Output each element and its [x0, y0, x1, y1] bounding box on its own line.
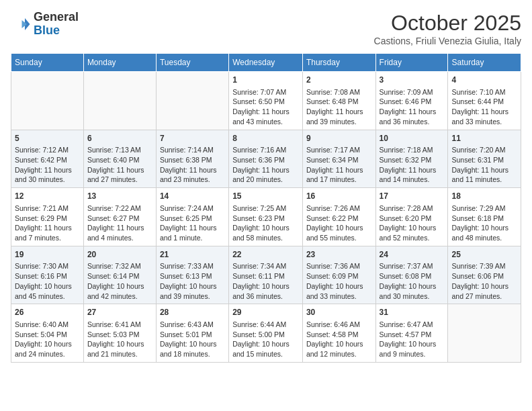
day-number: 2 — [306, 75, 372, 86]
day-info: Sunrise: 7:22 AM Sunset: 6:27 PM Dayligh… — [87, 203, 152, 243]
day-info: Sunrise: 6:44 AM Sunset: 5:00 PM Dayligh… — [232, 320, 299, 359]
calendar-cell — [156, 72, 228, 130]
calendar-cell: 27Sunrise: 6:41 AM Sunset: 5:03 PM Dayli… — [83, 304, 156, 363]
day-number: 5 — [15, 133, 80, 144]
day-info: Sunrise: 6:41 AM Sunset: 5:03 PM Dayligh… — [87, 320, 152, 359]
day-info: Sunrise: 7:12 AM Sunset: 6:42 PM Dayligh… — [15, 145, 80, 185]
day-info: Sunrise: 7:29 AM Sunset: 6:18 PM Dayligh… — [451, 203, 517, 243]
calendar-cell: 22Sunrise: 7:34 AM Sunset: 6:11 PM Dayli… — [229, 246, 303, 304]
day-number: 29 — [232, 307, 299, 318]
calendar-cell: 19Sunrise: 7:30 AM Sunset: 6:16 PM Dayli… — [11, 246, 84, 304]
calendar-cell: 10Sunrise: 7:18 AM Sunset: 6:32 PM Dayli… — [375, 130, 448, 188]
day-info: Sunrise: 7:14 AM Sunset: 6:38 PM Dayligh… — [160, 145, 225, 185]
calendar-cell: 21Sunrise: 7:33 AM Sunset: 6:13 PM Dayli… — [156, 246, 228, 304]
calendar-week-2: 5Sunrise: 7:12 AM Sunset: 6:42 PM Daylig… — [11, 130, 521, 188]
day-number: 31 — [380, 307, 445, 318]
weekday-header-sunday: Sunday — [11, 54, 84, 72]
calendar-cell: 28Sunrise: 6:43 AM Sunset: 5:01 PM Dayli… — [156, 304, 228, 363]
day-number: 11 — [451, 133, 517, 144]
calendar-cell: 13Sunrise: 7:22 AM Sunset: 6:27 PM Dayli… — [83, 188, 156, 246]
day-info: Sunrise: 7:26 AM Sunset: 6:22 PM Dayligh… — [306, 203, 372, 243]
page-header: General Blue October 2025 Castions, Friu… — [11, 11, 521, 46]
day-number: 7 — [160, 133, 225, 144]
day-info: Sunrise: 7:25 AM Sunset: 6:23 PM Dayligh… — [232, 203, 299, 243]
calendar-cell: 15Sunrise: 7:25 AM Sunset: 6:23 PM Dayli… — [229, 188, 303, 246]
calendar-cell: 20Sunrise: 7:32 AM Sunset: 6:14 PM Dayli… — [83, 246, 156, 304]
day-number: 20 — [87, 249, 152, 261]
calendar-cell: 24Sunrise: 7:37 AM Sunset: 6:08 PM Dayli… — [375, 246, 448, 304]
weekday-header-tuesday: Tuesday — [156, 54, 228, 72]
month-title: October 2025 — [374, 11, 521, 36]
calendar-cell: 5Sunrise: 7:12 AM Sunset: 6:42 PM Daylig… — [11, 130, 84, 188]
day-info: Sunrise: 7:32 AM Sunset: 6:14 PM Dayligh… — [87, 261, 152, 301]
calendar-cell: 7Sunrise: 7:14 AM Sunset: 6:38 PM Daylig… — [156, 130, 228, 188]
day-info: Sunrise: 7:17 AM Sunset: 6:34 PM Dayligh… — [306, 145, 372, 185]
logo-icon — [11, 14, 31, 34]
day-number: 26 — [15, 307, 80, 318]
calendar-week-4: 19Sunrise: 7:30 AM Sunset: 6:16 PM Dayli… — [11, 246, 521, 304]
day-number: 4 — [451, 75, 517, 86]
day-info: Sunrise: 7:18 AM Sunset: 6:32 PM Dayligh… — [380, 145, 445, 185]
day-info: Sunrise: 7:33 AM Sunset: 6:13 PM Dayligh… — [160, 261, 225, 301]
day-number: 15 — [232, 191, 299, 202]
day-number: 27 — [87, 307, 152, 318]
calendar-week-1: 1Sunrise: 7:07 AM Sunset: 6:50 PM Daylig… — [11, 72, 521, 130]
calendar-cell: 18Sunrise: 7:29 AM Sunset: 6:18 PM Dayli… — [448, 188, 521, 246]
calendar-table: SundayMondayTuesdayWednesdayThursdayFrid… — [11, 53, 521, 363]
day-info: Sunrise: 7:34 AM Sunset: 6:11 PM Dayligh… — [232, 261, 299, 301]
calendar-week-5: 26Sunrise: 6:40 AM Sunset: 5:04 PM Dayli… — [11, 304, 521, 363]
calendar-cell: 26Sunrise: 6:40 AM Sunset: 5:04 PM Dayli… — [11, 304, 84, 363]
day-number: 8 — [232, 133, 299, 144]
weekday-header-row: SundayMondayTuesdayWednesdayThursdayFrid… — [11, 54, 521, 72]
calendar-cell: 3Sunrise: 7:09 AM Sunset: 6:46 PM Daylig… — [375, 72, 448, 130]
day-number: 30 — [306, 307, 372, 318]
logo: General Blue — [11, 11, 79, 38]
day-number: 21 — [160, 249, 225, 261]
calendar-cell — [83, 72, 156, 130]
day-number: 1 — [232, 75, 299, 86]
day-info: Sunrise: 7:16 AM Sunset: 6:36 PM Dayligh… — [232, 145, 299, 185]
day-number: 13 — [87, 191, 152, 202]
calendar-cell — [11, 72, 84, 130]
calendar-cell: 4Sunrise: 7:10 AM Sunset: 6:44 PM Daylig… — [448, 72, 521, 130]
logo-blue-text: Blue — [34, 24, 79, 38]
calendar-cell: 8Sunrise: 7:16 AM Sunset: 6:36 PM Daylig… — [229, 130, 303, 188]
day-number: 10 — [380, 133, 445, 144]
calendar-week-3: 12Sunrise: 7:21 AM Sunset: 6:29 PM Dayli… — [11, 188, 521, 246]
calendar-cell: 16Sunrise: 7:26 AM Sunset: 6:22 PM Dayli… — [302, 188, 375, 246]
weekday-header-monday: Monday — [83, 54, 156, 72]
day-number: 24 — [380, 249, 445, 261]
calendar-cell: 25Sunrise: 7:39 AM Sunset: 6:06 PM Dayli… — [448, 246, 521, 304]
day-number: 6 — [87, 133, 152, 144]
day-info: Sunrise: 7:10 AM Sunset: 6:44 PM Dayligh… — [451, 87, 517, 127]
day-info: Sunrise: 7:39 AM Sunset: 6:06 PM Dayligh… — [451, 261, 517, 301]
calendar-cell: 23Sunrise: 7:36 AM Sunset: 6:09 PM Dayli… — [302, 246, 375, 304]
weekday-header-thursday: Thursday — [302, 54, 375, 72]
weekday-header-friday: Friday — [375, 54, 448, 72]
day-number: 28 — [160, 307, 225, 318]
day-number: 14 — [160, 191, 225, 202]
day-info: Sunrise: 7:09 AM Sunset: 6:46 PM Dayligh… — [380, 87, 445, 127]
day-number: 18 — [451, 191, 517, 202]
day-info: Sunrise: 7:37 AM Sunset: 6:08 PM Dayligh… — [380, 261, 445, 301]
calendar-cell: 12Sunrise: 7:21 AM Sunset: 6:29 PM Dayli… — [11, 188, 84, 246]
day-number: 17 — [380, 191, 445, 202]
logo-general-text: General — [34, 11, 79, 24]
day-info: Sunrise: 6:46 AM Sunset: 4:58 PM Dayligh… — [306, 320, 372, 359]
day-info: Sunrise: 7:20 AM Sunset: 6:31 PM Dayligh… — [451, 145, 517, 185]
calendar-cell: 9Sunrise: 7:17 AM Sunset: 6:34 PM Daylig… — [302, 130, 375, 188]
day-number: 12 — [15, 191, 80, 202]
day-info: Sunrise: 6:40 AM Sunset: 5:04 PM Dayligh… — [15, 320, 80, 359]
day-info: Sunrise: 7:08 AM Sunset: 6:48 PM Dayligh… — [306, 87, 372, 127]
calendar-cell: 31Sunrise: 6:47 AM Sunset: 4:57 PM Dayli… — [375, 304, 448, 363]
day-info: Sunrise: 6:43 AM Sunset: 5:01 PM Dayligh… — [160, 320, 225, 359]
calendar-cell: 6Sunrise: 7:13 AM Sunset: 6:40 PM Daylig… — [83, 130, 156, 188]
day-info: Sunrise: 7:13 AM Sunset: 6:40 PM Dayligh… — [87, 145, 152, 185]
calendar-cell: 11Sunrise: 7:20 AM Sunset: 6:31 PM Dayli… — [448, 130, 521, 188]
calendar-cell: 17Sunrise: 7:28 AM Sunset: 6:20 PM Dayli… — [375, 188, 448, 246]
calendar-cell — [448, 304, 521, 363]
day-info: Sunrise: 7:24 AM Sunset: 6:25 PM Dayligh… — [160, 203, 225, 243]
title-block: October 2025 Castions, Friuli Venezia Gi… — [374, 11, 521, 46]
day-number: 16 — [306, 191, 372, 202]
day-info: Sunrise: 6:47 AM Sunset: 4:57 PM Dayligh… — [380, 320, 445, 359]
